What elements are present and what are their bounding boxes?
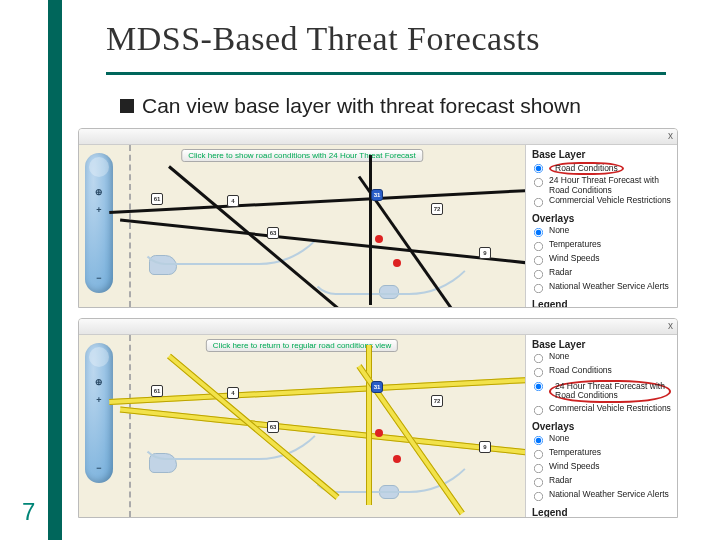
pan-icon[interactable] (89, 347, 109, 367)
layer-option-label: Road Conditions (549, 162, 624, 175)
bullet-row: Can view base layer with threat forecast… (120, 94, 581, 118)
radio-icon[interactable] (534, 178, 543, 187)
radio-icon[interactable] (534, 354, 543, 363)
base-layer-heading: Base Layer (532, 149, 671, 160)
overlays-heading: Overlays (532, 421, 671, 432)
zoom-out-icon[interactable]: − (85, 273, 113, 283)
radio-icon[interactable] (534, 406, 543, 415)
route-shield: 9 (479, 247, 491, 259)
zoom-out-icon[interactable]: − (85, 463, 113, 473)
legend-heading: Legend (532, 299, 671, 307)
route-shield: 4 (227, 195, 239, 207)
layer-option-label: None (549, 226, 569, 235)
layer-option-label: Radar (549, 476, 572, 485)
layer-option[interactable]: Commercial Vehicle Restrictions (532, 404, 671, 417)
map-nav-control[interactable]: ⊕ + − (85, 343, 113, 483)
layer-option[interactable]: None (532, 226, 671, 239)
state-border (129, 145, 131, 307)
radio-icon[interactable] (534, 164, 543, 173)
layer-option-label: National Weather Service Alerts (549, 282, 669, 291)
radio-icon[interactable] (534, 198, 543, 207)
threat-road (366, 345, 372, 505)
layer-option-label: Wind Speeds (549, 254, 600, 263)
map-body: ⊕ + − Click here to return to regular ro… (79, 335, 677, 517)
layer-option[interactable]: National Weather Service Alerts (532, 490, 671, 503)
overlay-options: NoneTemperaturesWind SpeedsRadarNational… (532, 434, 671, 503)
layer-option[interactable]: Wind Speeds (532, 254, 671, 267)
radio-icon[interactable] (534, 242, 543, 251)
radio-icon[interactable] (534, 450, 543, 459)
radio-icon[interactable] (534, 492, 543, 501)
map-canvas[interactable]: ⊕ + − Click here to show road conditions… (79, 145, 525, 307)
globe-icon[interactable]: ⊕ (85, 377, 113, 387)
layer-option-label: None (549, 352, 569, 361)
radio-icon[interactable] (534, 270, 543, 279)
radio-icon[interactable] (534, 478, 543, 487)
layer-option[interactable]: Wind Speeds (532, 462, 671, 475)
close-icon[interactable]: x (668, 320, 673, 331)
route-shield: 4 (227, 387, 239, 399)
radio-icon[interactable] (534, 368, 543, 377)
base-layer-heading: Base Layer (532, 339, 671, 350)
layer-option-label: Wind Speeds (549, 462, 600, 471)
map-body: ⊕ + − Click here to show road conditions… (79, 145, 677, 307)
toggle-threat-button[interactable]: Click here to show road conditions with … (181, 149, 423, 162)
state-border (129, 335, 131, 517)
route-shield: 31 (371, 189, 383, 201)
layer-option-label: Commercial Vehicle Restrictions (549, 404, 671, 413)
close-icon[interactable]: x (668, 130, 673, 141)
incident-marker[interactable] (375, 429, 383, 437)
map-canvas[interactable]: ⊕ + − Click here to return to regular ro… (79, 335, 525, 517)
route-shield: 63 (267, 421, 279, 433)
map-titlebar: x (79, 129, 677, 145)
title-underline (106, 72, 666, 75)
layer-option[interactable]: Commercial Vehicle Restrictions (532, 196, 671, 209)
layer-sidebar: Base Layer Road Conditions24 Hour Threat… (525, 145, 677, 307)
incident-marker[interactable] (393, 259, 401, 267)
layer-option-label: 24 Hour Threat Forecast with Road Condit… (549, 380, 671, 403)
slide-title: MDSS-Based Threat Forecasts (106, 20, 540, 58)
bullet-icon (120, 99, 134, 113)
radio-icon[interactable] (534, 256, 543, 265)
layer-option-label: None (549, 434, 569, 443)
map-nav-control[interactable]: ⊕ + − (85, 153, 113, 293)
layer-option[interactable]: Road Conditions (532, 366, 671, 379)
map-panel-road-conditions: x ⊕ + − Click here to show road conditio… (78, 128, 678, 308)
accent-bar (48, 0, 62, 540)
overlay-options: NoneTemperaturesWind SpeedsRadarNational… (532, 226, 671, 295)
slide: MDSS-Based Threat Forecasts Can view bas… (0, 0, 720, 540)
layer-option-label: Temperatures (549, 240, 601, 249)
layer-option-label: 24 Hour Threat Forecast with Road Condit… (549, 176, 671, 195)
layer-option[interactable]: National Weather Service Alerts (532, 282, 671, 295)
layer-option[interactable]: Road Conditions (532, 162, 671, 175)
pan-icon[interactable] (89, 157, 109, 177)
radio-icon[interactable] (534, 382, 543, 391)
layer-option[interactable]: Radar (532, 476, 671, 489)
layer-option-label: Commercial Vehicle Restrictions (549, 196, 671, 205)
incident-marker[interactable] (393, 455, 401, 463)
layer-option[interactable]: None (532, 434, 671, 447)
bullet-text: Can view base layer with threat forecast… (142, 94, 581, 118)
radio-icon[interactable] (534, 464, 543, 473)
map-panel-threat-forecast: x ⊕ + − Click here to return to regular … (78, 318, 678, 518)
route-shield: 9 (479, 441, 491, 453)
layer-option-label: National Weather Service Alerts (549, 490, 669, 499)
map-titlebar: x (79, 319, 677, 335)
layer-option-label: Radar (549, 268, 572, 277)
layer-option-label: Temperatures (549, 448, 601, 457)
page-number: 7 (22, 498, 35, 526)
layer-option[interactable]: 24 Hour Threat Forecast with Road Condit… (532, 176, 671, 195)
incident-marker[interactable] (375, 235, 383, 243)
route-shield: 61 (151, 385, 163, 397)
radio-icon[interactable] (534, 436, 543, 445)
radio-icon[interactable] (534, 228, 543, 237)
layer-option[interactable]: Temperatures (532, 448, 671, 461)
globe-icon[interactable]: ⊕ (85, 187, 113, 197)
base-layer-options: NoneRoad Conditions24 Hour Threat Foreca… (532, 352, 671, 417)
layer-option[interactable]: Temperatures (532, 240, 671, 253)
legend-heading: Legend (532, 507, 671, 517)
layer-option[interactable]: Radar (532, 268, 671, 281)
layer-option[interactable]: 24 Hour Threat Forecast with Road Condit… (532, 380, 671, 403)
radio-icon[interactable] (534, 284, 543, 293)
layer-option[interactable]: None (532, 352, 671, 365)
